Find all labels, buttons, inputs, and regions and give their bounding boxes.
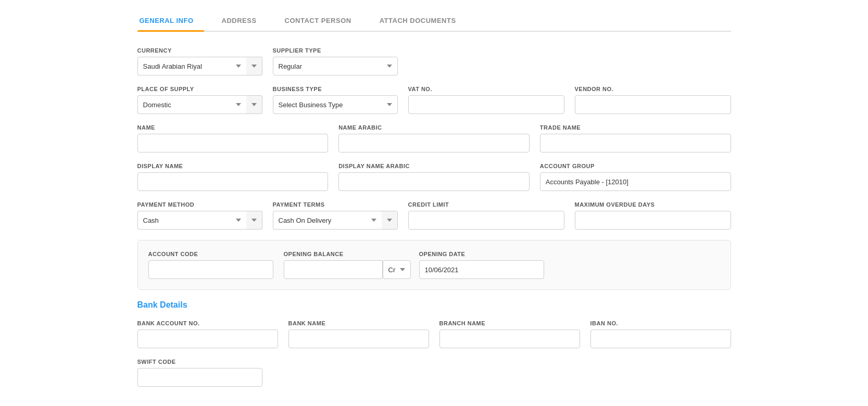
tab-address[interactable]: ADDRESS xyxy=(220,10,267,31)
payment-terms-wrapper: Cash On Delivery Net 30 Net 60 xyxy=(273,211,398,230)
payment-terms-btn[interactable] xyxy=(382,211,398,230)
business-type-label: BUSINESS TYPE xyxy=(273,86,398,92)
bank-account-no-input[interactable] xyxy=(137,329,278,348)
payment-method-group: PAYMENT METHOD Cash Cheque Bank Transfer xyxy=(137,201,262,230)
row-payment: PAYMENT METHOD Cash Cheque Bank Transfer… xyxy=(137,201,731,230)
place-of-supply-btn[interactable] xyxy=(246,95,262,114)
name-arabic-group: NAME ARABIC xyxy=(338,124,530,153)
payment-method-label: PAYMENT METHOD xyxy=(137,201,262,208)
opening-date-label: OPENING DATE xyxy=(419,251,544,257)
supplier-type-label: SUPPLIER TYPE xyxy=(273,47,398,54)
swift-code-input[interactable] xyxy=(137,368,262,387)
name-arabic-label: NAME ARABIC xyxy=(338,124,530,131)
row-bank-info: BANK ACCOUNT NO. BANK NAME BRANCH NAME I… xyxy=(137,320,731,348)
account-code-label: ACCOUNT CODE xyxy=(148,251,273,257)
account-code-group: ACCOUNT CODE xyxy=(148,251,273,279)
chevron-down-icon xyxy=(251,103,257,106)
opening-balance-input[interactable] xyxy=(284,260,383,279)
row-swift: SWIFT CODE xyxy=(137,359,731,387)
place-of-supply-label: PLACE OF SUPPLY xyxy=(137,86,262,92)
max-overdue-days-label: MAXIMUM OVERDUE DAYS xyxy=(575,201,731,208)
bank-details-section: Bank Details BANK ACCOUNT NO. BANK NAME … xyxy=(137,300,731,387)
trade-name-input[interactable] xyxy=(540,134,731,153)
branch-name-label: BRANCH NAME xyxy=(439,320,580,326)
cr-dr-select[interactable]: Cr Dr xyxy=(383,260,411,279)
tab-general-info[interactable]: GENERAL INFO xyxy=(137,10,204,31)
max-overdue-days-input[interactable] xyxy=(575,211,731,230)
name-arabic-input[interactable] xyxy=(338,134,530,153)
tab-attach-documents[interactable]: ATTACH DOCUMENTS xyxy=(378,10,467,31)
bank-name-input[interactable] xyxy=(288,329,429,348)
general-info-form: CURRENCY Saudi Arabian Riyal USD EUR SUP… xyxy=(137,47,731,387)
display-name-group: DISPLAY NAME xyxy=(137,163,329,191)
business-type-group: BUSINESS TYPE Select Business Type Indiv… xyxy=(273,86,398,114)
currency-label: CURRENCY xyxy=(137,47,262,54)
row-currency-supplier: CURRENCY Saudi Arabian Riyal USD EUR SUP… xyxy=(137,47,731,75)
opening-date-group: OPENING DATE xyxy=(419,251,544,279)
opening-date-input[interactable] xyxy=(419,260,544,279)
currency-select[interactable]: Saudi Arabian Riyal USD EUR xyxy=(137,57,246,75)
tab-contact-person[interactable]: CONTACT PERSON xyxy=(283,10,362,31)
chevron-down-icon xyxy=(251,219,257,222)
opening-balance-label: OPENING BALANCE xyxy=(284,251,409,257)
opening-balance-row: Cr Dr xyxy=(284,260,409,279)
place-of-supply-wrapper: Domestic International xyxy=(137,95,262,114)
iban-no-group: IBAN NO. xyxy=(590,320,731,348)
credit-limit-group: CREDIT LIMIT xyxy=(408,201,564,230)
swift-code-label: SWIFT CODE xyxy=(137,359,262,365)
vat-no-group: VAT NO. xyxy=(408,86,564,114)
credit-limit-input[interactable] xyxy=(408,211,564,230)
vat-no-label: VAT NO. xyxy=(408,86,564,92)
row-supply-business: PLACE OF SUPPLY Domestic International B… xyxy=(137,86,731,114)
bank-account-no-label: BANK ACCOUNT NO. xyxy=(137,320,278,326)
vendor-no-input[interactable] xyxy=(575,95,731,114)
max-overdue-days-group: MAXIMUM OVERDUE DAYS xyxy=(575,201,731,230)
supplier-type-group: SUPPLIER TYPE Regular Non-Regular xyxy=(273,47,398,75)
payment-method-select[interactable]: Cash Cheque Bank Transfer xyxy=(137,211,246,230)
place-of-supply-select[interactable]: Domestic International xyxy=(137,95,246,114)
account-group-input[interactable] xyxy=(540,172,731,191)
currency-select-wrapper: Saudi Arabian Riyal USD EUR xyxy=(137,57,262,75)
iban-no-label: IBAN NO. xyxy=(590,320,731,326)
business-type-select[interactable]: Select Business Type Individual Company … xyxy=(273,95,398,114)
bank-name-group: BANK NAME xyxy=(288,320,429,348)
account-group-label: ACCOUNT GROUP xyxy=(540,163,731,169)
name-group: NAME xyxy=(137,124,329,153)
name-label: NAME xyxy=(137,124,329,131)
tab-bar: GENERAL INFO ADDRESS CONTACT PERSON ATTA… xyxy=(137,10,731,32)
currency-group: CURRENCY Saudi Arabian Riyal USD EUR xyxy=(137,47,262,75)
chevron-down-icon xyxy=(387,219,392,222)
row-names: NAME NAME ARABIC TRADE NAME xyxy=(137,124,731,153)
vat-no-input[interactable] xyxy=(408,95,564,114)
payment-terms-group: PAYMENT TERMS Cash On Delivery Net 30 Ne… xyxy=(273,201,398,230)
payment-terms-label: PAYMENT TERMS xyxy=(273,201,398,208)
account-group-group: ACCOUNT GROUP xyxy=(540,163,731,191)
place-of-supply-group: PLACE OF SUPPLY Domestic International xyxy=(137,86,262,114)
display-name-label: DISPLAY NAME xyxy=(137,163,329,169)
credit-limit-label: CREDIT LIMIT xyxy=(408,201,564,208)
payment-method-btn[interactable] xyxy=(246,211,262,230)
row-account: ACCOUNT CODE OPENING BALANCE Cr Dr OPENI… xyxy=(148,251,720,279)
trade-name-group: TRADE NAME xyxy=(540,124,731,153)
display-name-arabic-label: DISPLAY NAME ARABIC xyxy=(338,163,530,169)
chevron-down-icon xyxy=(251,65,257,68)
account-box: ACCOUNT CODE OPENING BALANCE Cr Dr OPENI… xyxy=(137,240,731,290)
row-display-names: DISPLAY NAME DISPLAY NAME ARABIC ACCOUNT… xyxy=(137,163,731,191)
currency-dropdown-btn[interactable] xyxy=(246,57,262,75)
account-code-input[interactable] xyxy=(148,260,273,279)
trade-name-label: TRADE NAME xyxy=(540,124,731,131)
display-name-input[interactable] xyxy=(137,172,329,191)
swift-code-group: SWIFT CODE xyxy=(137,359,262,387)
display-name-arabic-group: DISPLAY NAME ARABIC xyxy=(338,163,530,191)
branch-name-group: BRANCH NAME xyxy=(439,320,580,348)
payment-method-wrapper: Cash Cheque Bank Transfer xyxy=(137,211,262,230)
vendor-no-label: VENDOR NO. xyxy=(575,86,731,92)
opening-balance-group: OPENING BALANCE Cr Dr xyxy=(284,251,409,279)
vendor-no-group: VENDOR NO. xyxy=(575,86,731,114)
name-input[interactable] xyxy=(137,134,329,153)
supplier-type-select[interactable]: Regular Non-Regular xyxy=(273,57,398,75)
branch-name-input[interactable] xyxy=(439,329,580,348)
payment-terms-select[interactable]: Cash On Delivery Net 30 Net 60 xyxy=(273,211,382,230)
display-name-arabic-input[interactable] xyxy=(338,172,530,191)
iban-no-input[interactable] xyxy=(590,329,731,348)
